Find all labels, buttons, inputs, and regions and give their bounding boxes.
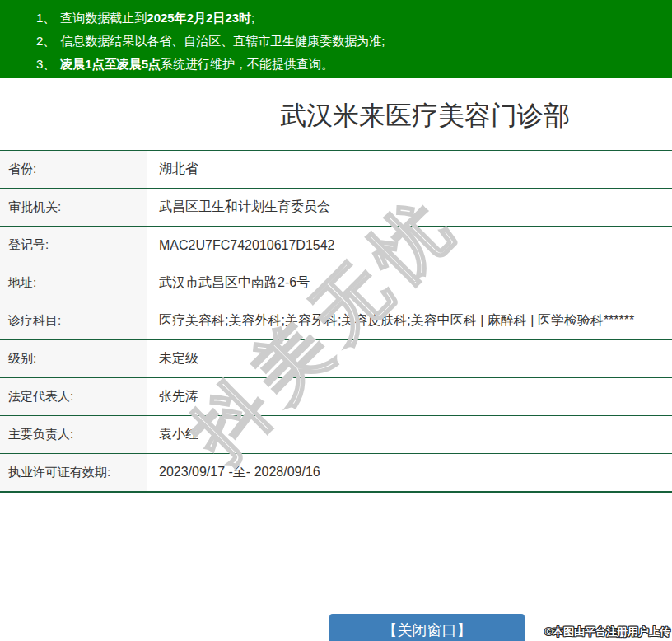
notice-number: 3、 (36, 57, 55, 71)
table-row-main-person-in-charge: 主要负责人: 袁小红 (0, 416, 672, 454)
table-row-medical-subjects: 诊疗科目: 医疗美容科;美容外科;美容牙科;美容皮肤科;美容中医科 | 麻醉科 … (0, 302, 672, 340)
notice-line-2: 2、信息数据结果以各省、自治区、直辖市卫生健康委数据为准; (36, 30, 664, 53)
copyright-watermark: ©本图由平台注册用户上传 (544, 625, 670, 639)
table-row-province: 省份: 湖北省 (0, 151, 672, 189)
notice-text-end: 系统进行维护，不能提供查询。 (161, 57, 334, 71)
row-label: 级别: (0, 340, 147, 378)
table-row-registration-number: 登记号: MAC2U7FC742010617D1542 (0, 227, 672, 264)
notice-text: 查询数据截止到 (60, 11, 147, 25)
table-row-level: 级别: 未定级 (0, 340, 672, 378)
table-row-license-validity: 执业许可证有效期: 2023/09/17 -至- 2028/09/16 (0, 454, 672, 492)
row-value: 武汉市武昌区中南路2-6号 (147, 264, 672, 302)
row-value: 未定级 (147, 340, 672, 378)
table-row-legal-representative: 法定代表人: 张先涛 (0, 378, 672, 416)
row-label: 省份: (0, 151, 147, 189)
notice-text-bold: 凌晨1点至凌晨5点 (60, 57, 161, 71)
notice-bar: 1、查询数据截止到2025年2月2日23时; 2、信息数据结果以各省、自治区、直… (0, 0, 672, 78)
row-label: 审批机关: (0, 189, 147, 227)
notice-text: 信息数据结果以各省、自治区、直辖市卫生健康委数据为准; (60, 34, 385, 48)
notice-text-bold: 2025年2月2日23时 (147, 11, 251, 25)
row-value: MAC2U7FC742010617D1542 (147, 227, 672, 264)
row-value: 武昌区卫生和计划生育委员会 (147, 189, 672, 227)
notice-line-1: 1、查询数据截止到2025年2月2日23时; (36, 7, 664, 30)
notice-number: 2、 (36, 34, 55, 48)
institution-details-table: 省份: 湖北省 审批机关: 武昌区卫生和计划生育委员会 登记号: MAC2U7F… (0, 150, 672, 493)
row-label: 登记号: (0, 227, 147, 264)
row-label: 诊疗科目: (0, 302, 147, 340)
notice-number: 1、 (36, 11, 55, 25)
row-label: 地址: (0, 264, 147, 302)
row-value: 2023/09/17 -至- 2028/09/16 (147, 454, 672, 492)
table-row-approval-authority: 审批机关: 武昌区卫生和计划生育委员会 (0, 189, 672, 227)
notice-line-3: 3、凌晨1点至凌晨5点系统进行维护，不能提供查询。 (36, 53, 664, 76)
table-row-address: 地址: 武汉市武昌区中南路2-6号 (0, 264, 672, 302)
close-window-button[interactable]: 【关闭窗口】 (329, 614, 525, 641)
row-label: 主要负责人: (0, 416, 147, 454)
row-label: 法定代表人: (0, 378, 147, 416)
row-value: 张先涛 (147, 378, 672, 416)
row-value: 湖北省 (147, 151, 672, 189)
notice-text-end: ; (251, 11, 254, 25)
page-title: 武汉米来医疗美容门诊部 (178, 99, 672, 150)
row-value: 医疗美容科;美容外科;美容牙科;美容皮肤科;美容中医科 | 麻醉科 | 医学检验… (147, 302, 672, 340)
row-value: 袁小红 (147, 416, 672, 454)
row-label: 执业许可证有效期: (0, 454, 147, 492)
